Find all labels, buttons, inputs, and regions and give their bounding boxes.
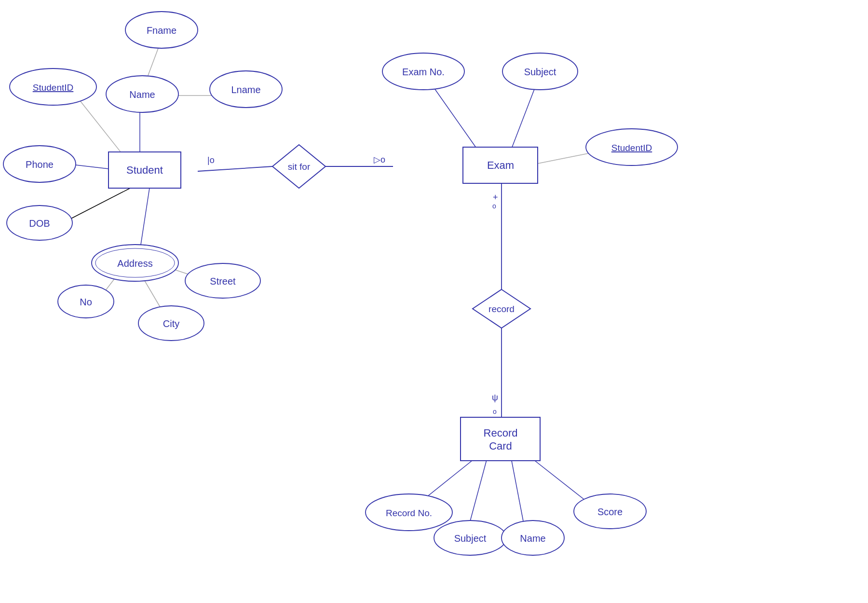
entity-record-card-label-line2: Card xyxy=(489,440,512,452)
line-address-student xyxy=(140,188,149,251)
line-rc-name xyxy=(511,458,523,521)
attr-fname-label: Fname xyxy=(147,25,176,36)
attr-street-label: Street xyxy=(210,276,236,287)
line-examno-exam xyxy=(432,84,477,150)
entity-record-card-label-line1: Record xyxy=(484,427,518,439)
line-rc-score xyxy=(526,453,593,507)
line-rc-subject xyxy=(470,458,487,521)
rel-sit-for-label: sit for xyxy=(288,162,311,172)
attr-subject-rc-label: Subject xyxy=(454,533,487,544)
entity-student-label: Student xyxy=(126,164,163,176)
attr-city-label: City xyxy=(163,318,179,329)
line-subject-exam xyxy=(511,87,535,150)
attr-recordno-label: Record No. xyxy=(386,508,432,518)
entity-record-card xyxy=(461,417,540,461)
line-dob-student xyxy=(63,188,130,223)
attr-studentid2-label: StudentID xyxy=(611,143,652,153)
line-student-sitfor xyxy=(198,166,272,171)
cardinality-student-sitfor: |o xyxy=(207,155,215,165)
attr-no-label: No xyxy=(80,297,92,307)
attr-name-label: Name xyxy=(129,89,155,100)
attr-studentid-label: StudentID xyxy=(33,82,74,93)
entity-exam-label: Exam xyxy=(487,159,514,171)
attr-address-label: Address xyxy=(117,258,152,269)
line-studentid2-exam xyxy=(535,153,588,164)
cardinality-exam-record-top: + xyxy=(493,192,498,202)
cardinality-record-rc-circle: o xyxy=(493,408,497,415)
cardinality-exam-record-circle: o xyxy=(492,202,496,210)
attr-score-label: Score xyxy=(597,507,623,517)
attr-examno-label: Exam No. xyxy=(402,67,445,77)
er-diagram: |o ▷o + o ψ o Student Exam Record Card S… xyxy=(0,0,868,603)
attr-phone-label: Phone xyxy=(26,159,54,170)
attr-name-rc-label: Name xyxy=(520,533,545,544)
attr-dob-label: DOB xyxy=(29,218,50,229)
attr-subject-exam-label: Subject xyxy=(524,67,556,77)
cardinality-record-rc: ψ xyxy=(492,393,498,402)
attr-lname-label: Lname xyxy=(231,84,260,95)
cardinality-sitfor-exam: ▷o xyxy=(374,155,385,164)
rel-record-label: record xyxy=(488,304,515,314)
